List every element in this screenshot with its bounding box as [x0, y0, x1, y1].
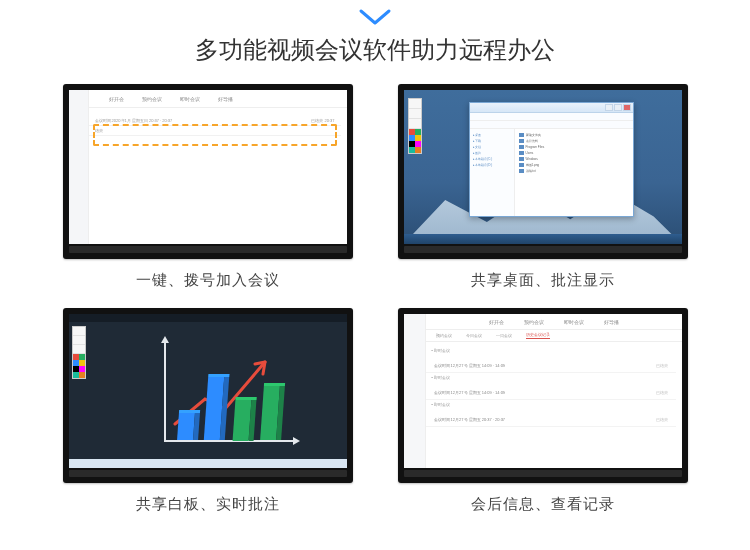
- file-item[interactable]: 说明.txt: [519, 168, 629, 174]
- explorer-window[interactable]: ▸ 桌面▸ 下载▸ 文档▸ 图片▸ 本地磁盘(C:)▸ 本地磁盘(D:) 新建文…: [469, 102, 634, 217]
- caption: 一键、拨号加入会议: [136, 271, 280, 290]
- tab[interactable]: 好导播: [218, 94, 233, 104]
- tab[interactable]: 预约会议: [142, 94, 162, 104]
- caption: 共享白板、实时批注: [136, 495, 280, 514]
- highlight-box: [93, 124, 337, 146]
- subtab-active[interactable]: 历史会议记录: [526, 332, 550, 339]
- tab[interactable]: 好导播: [604, 319, 619, 325]
- feature-whiteboard: 共享白板、实时批注: [60, 308, 355, 514]
- subtab[interactable]: 一周会议: [496, 333, 512, 338]
- max-button[interactable]: [614, 104, 622, 111]
- soundbar: [404, 470, 682, 477]
- caption: 共享桌面、批注显示: [471, 271, 615, 290]
- min-button[interactable]: [605, 104, 613, 111]
- feature-records: 好开会 预约会议 即时会议 好导播 预约会议 今日会议 一周会议 历史会议记录 …: [395, 308, 690, 514]
- subtab[interactable]: 今日会议: [466, 333, 482, 338]
- palette-color[interactable]: [79, 372, 85, 378]
- feature-share-desktop: ▸ 桌面▸ 下载▸ 文档▸ 图片▸ 本地磁盘(C:)▸ 本地磁盘(D:) 新建文…: [395, 84, 690, 290]
- records-list: ▪ 即时会议会议时间 12月27号 星期五 14:09 · 14:09已结束▪ …: [426, 346, 676, 464]
- record-row[interactable]: 会议时间 12月27号 星期五 20:37 · 20:37已结束: [426, 413, 676, 427]
- annotation-palette[interactable]: [408, 98, 422, 154]
- palette-color[interactable]: [415, 147, 421, 153]
- caption: 会后信息、查看记录: [471, 495, 615, 514]
- soundbar: [69, 246, 347, 253]
- screen-join: 好开会 预约会议 即时会议 好导播 会议时间 2020年1月 星期五日 20:3…: [69, 90, 347, 244]
- tab[interactable]: 好开会: [109, 94, 124, 104]
- record-group: ▪ 即时会议: [426, 373, 676, 382]
- monitor-frame: [63, 308, 353, 483]
- record-row[interactable]: 会议时间 12月27号 星期五 14:09 · 14:09已结束: [426, 359, 676, 373]
- tab[interactable]: 预约会议: [524, 319, 544, 325]
- folder-tree[interactable]: ▸ 桌面▸ 下载▸ 文档▸ 图片▸ 本地磁盘(C:)▸ 本地磁盘(D:): [470, 129, 515, 216]
- screen-records: 好开会 预约会议 即时会议 好导播 预约会议 今日会议 一周会议 历史会议记录 …: [404, 314, 682, 468]
- tab[interactable]: 好开会: [489, 319, 504, 325]
- tab[interactable]: 即时会议: [564, 319, 584, 325]
- chart-bar: [177, 413, 195, 440]
- feature-grid: 好开会 预约会议 即时会议 好导播 会议时间 2020年1月 星期五日 20:3…: [0, 84, 750, 514]
- close-button[interactable]: [623, 104, 631, 111]
- file-list[interactable]: 新建文件夹会议资料Program FilesUsersWindows截图1.pn…: [515, 129, 633, 216]
- record-group: ▪ 即时会议: [426, 400, 676, 409]
- taskbar[interactable]: [404, 234, 682, 244]
- record-row[interactable]: 会议时间 12月27号 星期五 14:09 · 14:09已结束: [426, 386, 676, 400]
- tab[interactable]: 即时会议: [180, 94, 200, 104]
- screen-desktop: ▸ 桌面▸ 下载▸ 文档▸ 图片▸ 本地磁盘(C:)▸ 本地磁盘(D:) 新建文…: [404, 90, 682, 244]
- monitor-frame: 好开会 预约会议 即时会议 好导播 会议时间 2020年1月 星期五日 20:3…: [63, 84, 353, 259]
- monitor-frame: 好开会 预约会议 即时会议 好导播 预约会议 今日会议 一周会议 历史会议记录 …: [398, 308, 688, 483]
- subtab[interactable]: 预约会议: [436, 333, 452, 338]
- record-group: ▪ 即时会议: [426, 346, 676, 355]
- screen-whiteboard: [69, 314, 347, 468]
- page-title: 多功能视频会议软件助力远程办公: [0, 34, 750, 66]
- chart-bar: [260, 386, 280, 440]
- annotation-palette[interactable]: [72, 326, 86, 379]
- soundbar: [404, 246, 682, 253]
- feature-join-meeting: 好开会 预约会议 即时会议 好导播 会议时间 2020年1月 星期五日 20:3…: [60, 84, 355, 290]
- chart-bar: [232, 400, 251, 441]
- whiteboard-chart: [164, 342, 294, 442]
- chevron-down-icon: [0, 0, 750, 28]
- tree-item[interactable]: ▸ 本地磁盘(D:): [473, 162, 511, 168]
- soundbar: [69, 470, 347, 477]
- monitor-frame: ▸ 桌面▸ 下载▸ 文档▸ 图片▸ 本地磁盘(C:)▸ 本地磁盘(D:) 新建文…: [398, 84, 688, 259]
